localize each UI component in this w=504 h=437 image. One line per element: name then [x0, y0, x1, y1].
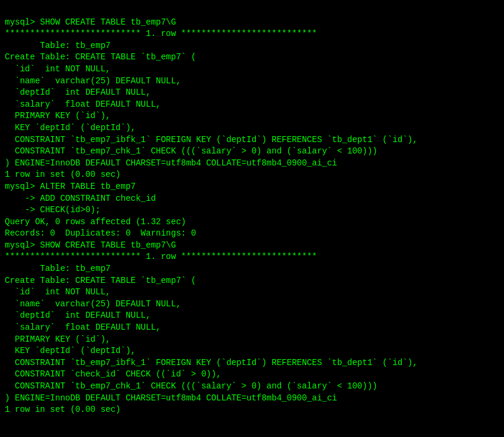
- terminal-line: Table: tb_emp7: [5, 263, 499, 275]
- terminal-line: -> CHECK(id>0);: [5, 204, 499, 216]
- terminal-line: CONSTRAINT `tb_emp7_chk_1` CHECK (((`sal…: [5, 146, 499, 158]
- terminal-line: *************************** 1. row *****…: [5, 251, 499, 263]
- terminal-window: mysql> SHOW CREATE TABLE tb_emp7\G******…: [5, 5, 499, 437]
- terminal-line: Query OK, 0 rows affected (1.32 sec): [5, 216, 499, 228]
- terminal-line: CONSTRAINT `tb_emp7_chk_1` CHECK (((`sal…: [5, 381, 499, 393]
- terminal-line: `name` varchar(25) DEFAULT NULL,: [5, 299, 499, 311]
- terminal-line: KEY `deptId` (`deptId`),: [5, 345, 499, 357]
- terminal-line: `salary` float DEFAULT NULL,: [5, 99, 499, 111]
- terminal-line: CONSTRAINT `tb_emp7_ibfk_1` FOREIGN KEY …: [5, 357, 499, 369]
- terminal-line: `id` int NOT NULL,: [5, 287, 499, 299]
- terminal-line: Table: tb_emp7: [5, 40, 499, 52]
- terminal-line: mysql> SHOW CREATE TABLE tb_emp7\G: [5, 240, 499, 252]
- terminal-line: *************************** 1. row *****…: [5, 28, 499, 40]
- terminal-line: KEY `deptId` (`deptId`),: [5, 122, 499, 134]
- terminal-line: `deptId` int DEFAULT NULL,: [5, 310, 499, 322]
- terminal-line: Records: 0 Duplicates: 0 Warnings: 0: [5, 228, 499, 240]
- terminal-line: mysql> ALTER TABLE tb_emp7: [5, 181, 499, 193]
- terminal-line: CONSTRAINT `check_id` CHECK ((`id` > 0))…: [5, 369, 499, 381]
- terminal-line: PRIMARY KEY (`id`),: [5, 110, 499, 122]
- terminal-line: 1 row in set (0.00 sec): [5, 169, 499, 181]
- terminal-line: CONSTRAINT `tb_emp7_ibfk_1` FOREIGN KEY …: [5, 134, 499, 146]
- terminal-line: ) ENGINE=InnoDB DEFAULT CHARSET=utf8mb4 …: [5, 158, 499, 170]
- terminal-line: `deptId` int DEFAULT NULL,: [5, 87, 499, 99]
- terminal-line: `id` int NOT NULL,: [5, 64, 499, 76]
- terminal-line: ) ENGINE=InnoDB DEFAULT CHARSET=utf8mb4 …: [5, 393, 499, 405]
- terminal-line: PRIMARY KEY (`id`),: [5, 334, 499, 346]
- terminal-line: `salary` float DEFAULT NULL,: [5, 322, 499, 334]
- terminal-line: -> ADD CONSTRAINT check_id: [5, 193, 499, 205]
- terminal-line: `name` varchar(25) DEFAULT NULL,: [5, 76, 499, 88]
- terminal-line: Create Table: CREATE TABLE `tb_emp7` (: [5, 52, 499, 64]
- terminal-line: 1 row in set (0.00 sec): [5, 404, 499, 416]
- terminal-line: mysql> SHOW CREATE TABLE tb_emp7\G: [5, 17, 499, 29]
- terminal-line: Create Table: CREATE TABLE `tb_emp7` (: [5, 275, 499, 287]
